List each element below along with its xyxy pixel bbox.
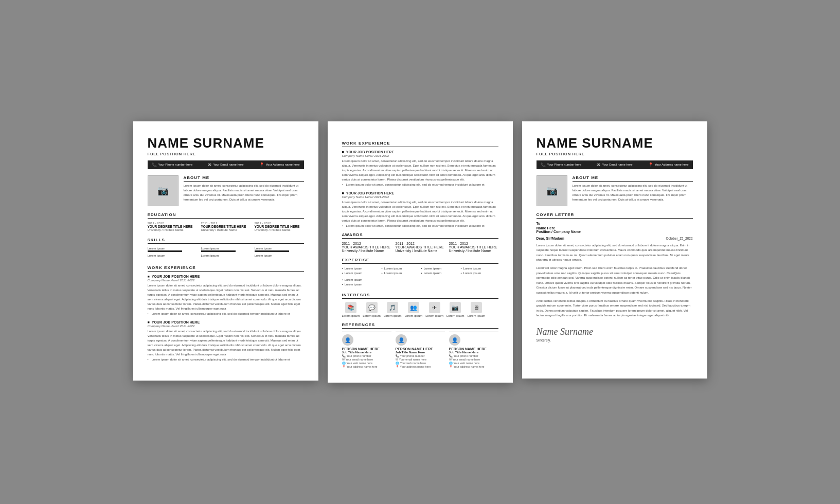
skills-grid-p1: Lorem ipsum Lorem ipsum Lorem ipsum Lore… xyxy=(148,247,304,259)
ref-phone-1: 📞 Your phone number xyxy=(342,354,391,357)
interest-6: 📷 Lorem ipsum xyxy=(446,302,464,317)
expertise-grid-p2: Lorem ipsum Lorem ipsum Lorem ipsum Lore… xyxy=(342,267,498,287)
interest-label-2: Lorem ipsum xyxy=(363,314,381,317)
ref-title-3: Job Title Name Here xyxy=(449,351,498,354)
cover-letter-title: COVER LETTER xyxy=(537,212,693,219)
interest-7: 🖥 Lorem ipsum xyxy=(468,302,486,317)
interest-5: ✈ Lorem ipsum xyxy=(425,302,443,317)
awards-grid-p2: 2011 - 2012 YOUR AWARDS TITLE HERE Unive… xyxy=(342,242,498,253)
ref-web-3: 🌐 Your web name here xyxy=(449,362,498,365)
about-section-p3: 📷 ABOUT ME Lorem ipsum dolor sit amet, c… xyxy=(537,175,693,206)
email-text-p3: Your Email name here xyxy=(602,163,632,166)
job-title-1-p1: YOUR JOB POSITION HERE xyxy=(148,275,304,278)
phone-item-p1: 📞 Your Phone number here xyxy=(152,163,193,167)
skill-1-1: Lorem ipsum xyxy=(148,247,197,252)
interest-1: 📚 Lorem ipsum xyxy=(342,302,360,317)
ref-avatar-2: 👤 xyxy=(396,334,407,346)
company-2-p1: Company Name Here// 2021-2022 xyxy=(148,325,304,328)
job-desc-2-p1: Lorem ipsum dolor sit amet, consectetur … xyxy=(148,329,304,357)
pages-container: NAME SURNAME FULL POSITION HERE 📞 Your P… xyxy=(133,121,707,383)
company-1-p1: Company Name Here// 2021-2022 xyxy=(148,279,304,282)
phone-item-p3: 📞 Your Phone number here xyxy=(541,163,582,167)
job-title-2-p2: YOUR JOB POSITION HERE xyxy=(342,191,498,195)
expertise-5-2: Lorem ipsum xyxy=(342,283,498,286)
award-year-2: 2011 - 2012 xyxy=(396,242,445,245)
email-text-p1: Your Email name here xyxy=(213,163,243,166)
camera-icon-p3: 📷 xyxy=(546,185,558,196)
phone-text-p1: Your Phone number here xyxy=(158,163,193,166)
skill-col-2: Lorem ipsum Lorem ipsum xyxy=(201,247,251,259)
skill-2-2: Lorem ipsum xyxy=(201,254,251,257)
education-grid-p1: 2011 - 2012 YOUR DEGREE TITLE HERE Unive… xyxy=(148,222,304,231)
ref-avatar-3: 👤 xyxy=(449,334,460,346)
job-desc-1-p1: Lorem ipsum dolor sit amet, consectetur … xyxy=(148,283,304,311)
edu-degree-2: YOUR DEGREE TITLE HERE xyxy=(201,225,251,228)
edu-uni-1: University / Institute Name xyxy=(148,228,197,231)
edu-item-2: 2011 - 2012 YOUR DEGREE TITLE HERE Unive… xyxy=(201,222,251,231)
edu-degree-1: YOUR DEGREE TITLE HERE xyxy=(148,225,197,228)
job-bullet-1-p1: Lorem ipsum dolor sit amet, consectetur … xyxy=(148,312,304,315)
camera-icon-p1: 📷 xyxy=(157,185,169,196)
ref-email-3: ✉ Your email name here xyxy=(449,358,498,361)
about-title-p1: ABOUT ME xyxy=(184,175,304,182)
ref-address-3: 📍 Your address name here xyxy=(449,365,498,368)
ref-name-1: PERSON NAME HERE xyxy=(342,347,391,351)
about-section-p1: 📷 ABOUT ME Lorem ipsum dolor sit amet, c… xyxy=(148,175,304,206)
address-item-p3: 📍 Your Address name here xyxy=(648,163,689,167)
expertise-5-1: Lorem ipsum xyxy=(342,278,498,281)
ref-name-3: PERSON NAME HERE xyxy=(449,347,498,351)
skill-3-1: Lorem ipsum xyxy=(255,247,304,252)
signature-image: Name Surname xyxy=(537,327,693,337)
interest-label-4: Lorem ipsum xyxy=(405,314,423,317)
award-uni-1: University / Institute Name xyxy=(342,249,391,253)
about-text-p3: Lorem ipsum dolor sit amet, consectetur … xyxy=(573,184,693,202)
awards-title-p2: AWARDS xyxy=(342,232,498,239)
expertise-3-1: Lorem ipsum xyxy=(421,267,459,270)
award-uni-2: Univeristy / Institute Name xyxy=(396,249,445,253)
interest-label-7: Lorem ipsum xyxy=(468,314,486,317)
edu-degree-3: YOUR DEGREE TITLE HERE xyxy=(255,225,304,228)
ref-item-1: 👤 PERSON NAME HERE Job Title Name Here 📞… xyxy=(342,332,391,368)
interest-label-3: Lorem ipsum xyxy=(384,314,402,317)
sincerely-text: Sincerely, xyxy=(537,338,693,342)
about-content-p3: ABOUT ME Lorem ipsum dolor sit amet, con… xyxy=(573,175,693,206)
expertise-col-5: Lorem ipsum Lorem ipsum xyxy=(342,278,498,287)
resume-page-2: WORK EXPERIENCE YOUR JOB POSITION HERE C… xyxy=(328,121,513,383)
photo-placeholder-p3: 📷 xyxy=(537,175,567,206)
interest-icon-7: 🖥 xyxy=(471,302,482,313)
interests-grid-p2: 📚 Lorem ipsum 💬 Lorem ipsum 🎵 Lorem ipsu… xyxy=(342,302,498,317)
expertise-col-1: Lorem ipsum Lorem ipsum xyxy=(342,267,380,276)
resume-page-1: NAME SURNAME FULL POSITION HERE 📞 Your P… xyxy=(133,121,318,381)
award-item-3: 2011 - 2012 YOUR AWARDS TITLE HERE Unive… xyxy=(449,242,498,253)
contact-bar-p3: 📞 Your Phone number here ✉ Your Email na… xyxy=(537,160,693,169)
award-title-1: YOUR AWARDS TITLE HERE xyxy=(342,245,391,249)
expertise-2-1: Lorem ipsum xyxy=(382,267,419,270)
edu-item-3: 2011 - 2012 YOUR DEGREE TITLE HERE Unive… xyxy=(255,222,304,231)
address-item-p1: 📍 Your Address name here xyxy=(259,163,300,167)
interest-label-6: Lorem ipsum xyxy=(446,314,464,317)
about-text-p1: Lorem ipsum dolor sit amet, consectetur … xyxy=(184,184,304,202)
ref-email-1: ✉ Your email name here xyxy=(342,358,391,361)
ref-item-3: 👤 PERSON NAME HERE Job Title Name Here 📞… xyxy=(449,332,498,368)
ref-name-2: PERSON NAME HERE xyxy=(396,347,445,351)
cover-body-2: Hendrerit dolor magna eget lorem. Proin … xyxy=(537,266,693,296)
job-title-2-p1: YOUR JOB POSITION HERE xyxy=(148,320,304,324)
expertise-col-2: Lorem ipsum Lorem ipsum xyxy=(382,267,419,276)
interest-label-5: Lorem ipsum xyxy=(425,314,443,317)
interest-icon-5: ✈ xyxy=(429,302,440,313)
award-item-2: 2011 - 2012 YOUR AWARDS TITLE HERE Unive… xyxy=(396,242,445,253)
cover-to-label: To xyxy=(537,222,693,225)
ref-phone-3: 📞 Your phone number xyxy=(449,354,498,357)
cover-dear: Dear, Sir/Madam xyxy=(537,237,564,240)
ref-title-2: Job Title Name Here xyxy=(396,351,445,354)
address-text-p1: Your Address name here xyxy=(266,163,300,166)
edu-uni-2: University / Institute Name xyxy=(201,228,251,231)
skill-col-3: Lorem ipsum Lorem ipsum xyxy=(255,247,304,259)
skill-1-2: Lorem ipsum xyxy=(148,254,197,257)
interest-icon-4: 👥 xyxy=(408,302,419,313)
interest-icon-1: 📚 xyxy=(345,302,356,313)
ref-web-2: 🌐 Your web name here xyxy=(396,362,445,365)
ref-web-1: 🌐 Your web name here xyxy=(342,362,391,365)
edu-item-1: 2011 - 2012 YOUR DEGREE TITLE HERE Unive… xyxy=(148,222,197,231)
award-year-1: 2011 - 2012 xyxy=(342,242,391,245)
